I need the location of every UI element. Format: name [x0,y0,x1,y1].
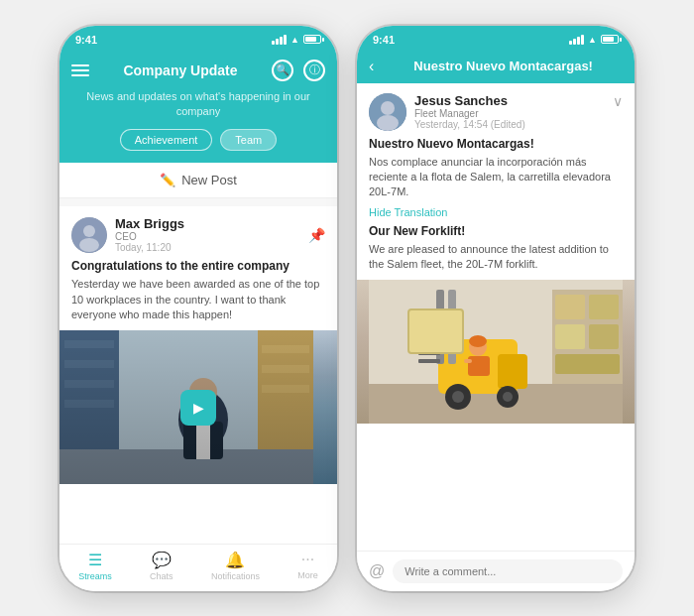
avatar-jesus [369,93,406,131]
phone2-body: Jesus Sanches Fleet Manager Yesterday, 1… [357,83,635,551]
nav-title-1: Company Update [123,62,237,78]
streams-icon: ☰ [88,551,102,569]
svg-rect-27 [555,324,585,349]
filter-achievement[interactable]: Achievement [120,129,213,151]
svg-rect-26 [589,295,619,319]
svg-point-41 [503,392,513,402]
status-time-1: 9:41 [75,34,97,46]
nav-chats[interactable]: 💬 Chats [150,551,174,581]
post-author-1: Max Briggs [115,216,300,231]
comment-input[interactable] [393,559,623,583]
hide-translation-link[interactable]: Hide Translation [369,206,623,218]
avatar-img-max [71,217,107,253]
back-icon[interactable]: ‹ [369,58,374,75]
svg-point-20 [377,115,399,131]
new-post-button[interactable]: ✏️ New Post [59,163,337,198]
post2-time: Yesterday, 14:54 (Edited) [414,119,605,130]
svg-rect-36 [408,309,463,353]
more-label: More [297,570,318,580]
nav-notifications[interactable]: 🔔 Notifications [211,551,260,581]
svg-point-2 [79,238,99,252]
post2-meta: Jesus Sanches Fleet Manager Yesterday, 1… [414,93,605,130]
post2-title-en: Our New Forklift! [369,224,623,238]
nav-more[interactable]: ··· More [297,551,318,581]
phone2-nav-title: Nuestro Nuevo Montacargas! [384,59,623,73]
svg-rect-45 [464,359,472,363]
svg-point-1 [83,225,95,237]
notifications-icon: 🔔 [225,551,245,569]
signal-icon-1 [272,35,287,45]
svg-point-39 [452,391,464,403]
chevron-down-icon[interactable]: ∨ [613,93,623,109]
search-icon-1[interactable]: 🔍 [272,60,293,81]
avatar-max [71,217,107,253]
status-bar-2: 9:41 ▲ [357,26,635,52]
post-text-1: Yesterday we have been awarded as one of… [59,277,337,330]
phone1-header: Company Update 🔍 ⓘ News and updates on w… [59,52,337,164]
play-button[interactable]: ▶ [180,390,216,426]
status-icons-2: ▲ [569,35,619,45]
svg-rect-29 [555,354,620,374]
at-icon[interactable]: @ [369,562,385,580]
post2-header: Jesus Sanches Fleet Manager Yesterday, 1… [357,83,635,137]
battery-icon-2 [601,35,619,44]
signal-icon-2 [569,35,584,45]
post-header-1: Max Briggs CEO Today, 11:20 📌 [59,206,337,259]
forklift-image [357,280,635,424]
hamburger-icon[interactable] [71,64,89,76]
new-post-label: New Post [181,173,237,187]
post2-text-en: We are pleased to announce the latest ad… [369,242,623,273]
chats-label: Chats [150,571,174,581]
nav-icons-1: 🔍 ⓘ [272,60,325,81]
wifi-icon-1: ▲ [290,35,299,45]
more-icon: ··· [301,551,314,568]
filter-buttons: Achievement Team [71,129,325,151]
nav-streams[interactable]: ☰ Streams [78,551,112,581]
battery-icon-1 [303,35,321,44]
post-meta-1: Max Briggs CEO Today, 11:20 [115,216,300,253]
chats-icon: 💬 [152,551,172,569]
header-subtitle: News and updates on what's happening in … [71,89,325,120]
post2-role: Fleet Manager [414,108,605,119]
post-card-1: Max Briggs CEO Today, 11:20 📌 Congratula… [59,206,337,543]
comment-bar: @ [357,551,635,591]
status-icons-1: ▲ [272,35,321,45]
post2-content: Nuestro Nuevo Montacargas! Nos complace … [357,137,635,281]
bottom-nav: ☰ Streams 💬 Chats 🔔 Notifications ··· Mo… [59,544,337,591]
svg-rect-28 [589,324,619,349]
status-time-2: 9:41 [373,34,395,46]
post-image-1: ▶ [59,330,337,484]
post-title-1: Congratulations to the entire company [59,259,337,277]
phone1-body: ✏️ New Post Max [59,163,337,543]
post2-author: Jesus Sanches [414,93,605,108]
info-icon-1[interactable]: ⓘ [303,60,325,81]
post-role-1: CEO [115,231,300,242]
phone2-header: ‹ Nuestro Nuevo Montacargas! [357,52,635,83]
phone-1: 9:41 ▲ [59,26,337,591]
phone-2: 9:41 ▲ ‹ Nuestro Nuevo Montacargas! [357,26,635,591]
notifications-label: Notifications [211,571,260,581]
svg-point-43 [469,335,487,347]
svg-point-19 [381,101,395,115]
svg-rect-35 [418,359,440,363]
pin-icon: 📌 [308,227,325,243]
filter-team[interactable]: Team [220,129,277,151]
svg-rect-25 [555,295,585,319]
post2-title-es: Nuestro Nuevo Montacargas! [369,137,623,151]
phone1-nav: Company Update 🔍 ⓘ [71,60,325,81]
wifi-icon-2: ▲ [588,35,597,45]
pencil-icon: ✏️ [160,173,175,187]
svg-rect-31 [498,354,527,389]
streams-label: Streams [78,571,112,581]
svg-rect-44 [468,356,490,376]
status-bar-1: 9:41 ▲ [59,26,337,52]
post-image-overlay: ▶ [59,330,337,484]
post-time-1: Today, 11:20 [115,242,300,253]
post2-text-es: Nos complace anunciar la incorporación m… [369,155,623,200]
